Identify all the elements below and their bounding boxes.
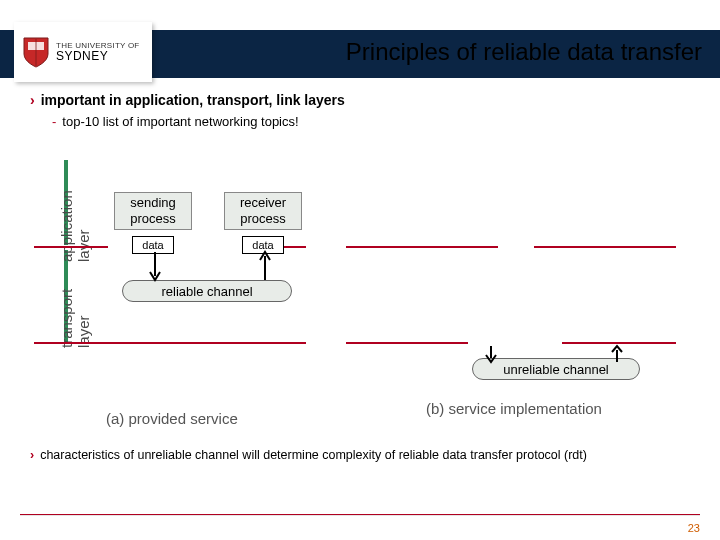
- red-rule: [34, 342, 306, 344]
- content: ›important in application, transport, li…: [24, 92, 702, 129]
- page-title: Principles of reliable data transfer: [346, 38, 702, 66]
- red-rule: [534, 246, 676, 248]
- dash-icon: -: [52, 114, 56, 129]
- label-transport-layer: transport layer: [58, 289, 92, 348]
- footer-divider: [20, 514, 700, 516]
- caption-a: (a) provided service: [106, 410, 238, 427]
- red-rule: [562, 342, 676, 344]
- arrow-up-icon: [256, 252, 274, 288]
- bullet-1: ›important in application, transport, li…: [30, 92, 702, 108]
- page-number: 23: [688, 522, 700, 534]
- university-logo: THE UNIVERSITY OF SYDNEY: [14, 22, 152, 82]
- caption-b: (b) service implementation: [426, 400, 602, 417]
- sub-bullet-1-text: top-10 list of important networking topi…: [62, 114, 298, 129]
- arrow-up-icon: [610, 346, 624, 368]
- arrow-down-icon: [484, 346, 498, 368]
- sub-bullet-1: -top-10 list of important networking top…: [52, 114, 702, 129]
- bullet-icon: ›: [30, 92, 35, 108]
- bullet-2-wrap: ›characteristics of unreliable channel w…: [24, 448, 702, 464]
- logo-text: THE UNIVERSITY OF SYDNEY: [56, 42, 140, 62]
- logo-line2: SYDNEY: [56, 50, 140, 62]
- bullet-1-text: important in application, transport, lin…: [41, 92, 345, 108]
- red-rule: [346, 342, 468, 344]
- diagram: application layer transport layer sendin…: [34, 150, 684, 438]
- label-application-layer: application layer: [58, 190, 92, 262]
- bullet-2-text: characteristics of unreliable channel wi…: [40, 448, 587, 462]
- shield-icon: [22, 36, 50, 68]
- receiver-process: receiver process: [224, 192, 302, 230]
- bullet-2: ›characteristics of unreliable channel w…: [30, 448, 702, 464]
- red-rule: [34, 246, 108, 248]
- red-rule: [346, 246, 498, 248]
- bullet-icon: ›: [30, 448, 34, 462]
- sending-process: sending process: [114, 192, 192, 230]
- arrow-down-icon: [146, 252, 164, 288]
